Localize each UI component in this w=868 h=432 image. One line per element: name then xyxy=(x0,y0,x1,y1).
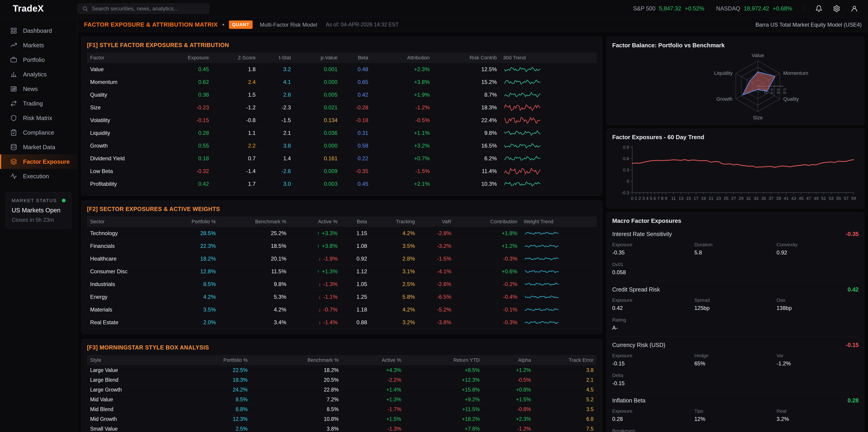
table-cell: 7.5 xyxy=(534,424,597,432)
table-cell: +11.5% xyxy=(404,404,483,414)
table-cell: 10.3% xyxy=(433,177,500,190)
row-label: Low Beta xyxy=(87,165,183,177)
table-cell: 1.12 xyxy=(341,265,370,278)
table-cell: 0.58 xyxy=(341,139,371,152)
table-cell: +2.3% xyxy=(483,414,534,424)
sidebar-item-execution[interactable]: Execution xyxy=(0,169,77,184)
sidebar-item-market-data[interactable]: Market Data xyxy=(0,140,77,155)
table-cell: -0.15 xyxy=(183,114,212,127)
macro-field-value: 65% xyxy=(694,360,776,367)
charts-column: Factor Balance: Portfolio vs Benchmark 0… xyxy=(607,37,864,432)
tick-chg: +0.68% xyxy=(773,5,793,12)
column-header-beta: Beta xyxy=(341,217,370,227)
sidebar-item-risk-matrix[interactable]: Risk Matrix xyxy=(0,111,77,125)
table-cell: +1.2% xyxy=(483,365,534,375)
table-cell: 0.003 xyxy=(294,177,341,190)
table-cell: 1.7 xyxy=(212,177,259,190)
sidebar-nav: DashboardMarketsPortfolioAnalyticsNewsTr… xyxy=(0,24,77,184)
trend-cell xyxy=(500,177,597,190)
row-label: Industrials xyxy=(87,278,183,291)
x-axis-tick: 11 xyxy=(671,196,676,201)
sidebar-item-analytics[interactable]: Analytics xyxy=(0,67,77,81)
sidebar-item-news[interactable]: News xyxy=(0,81,77,96)
activity-icon xyxy=(10,173,17,179)
column-header-alpha: Alpha xyxy=(483,355,534,365)
search-input[interactable] xyxy=(92,5,205,12)
table-cell: 3.5% xyxy=(183,303,219,316)
macro-field-label: Hedge xyxy=(694,353,776,358)
table-cell: 3.2 xyxy=(259,63,294,76)
sparkline xyxy=(525,230,559,237)
table-cell: -0.8 xyxy=(212,114,259,127)
table-cell: +2.1% xyxy=(371,177,433,190)
table-cell: 18.3% xyxy=(433,101,500,114)
user-profile-icon[interactable] xyxy=(851,5,858,12)
sidebar-item-label: Compliance xyxy=(23,129,54,136)
sidebar-item-portfolio[interactable]: Portfolio xyxy=(0,53,77,67)
search-bar[interactable] xyxy=(78,3,209,14)
column-header-risk-contrib: Risk Contrib xyxy=(433,53,500,63)
table-cell: +12.3% xyxy=(404,375,483,385)
macro-field-dv01: Dv010.058 xyxy=(612,262,694,275)
x-axis-tick: 51 xyxy=(821,196,826,201)
macro-field-label: Exposure xyxy=(612,353,694,358)
table-cell: 4.2% xyxy=(219,303,289,316)
ticker-s-p-500[interactable]: S&P 5005,847.32+0.52% xyxy=(633,5,704,12)
arrow-down-icon: ↓ xyxy=(318,320,321,325)
table-cell: 8.5% xyxy=(251,404,342,414)
sparkline xyxy=(504,91,540,98)
trending-up-icon xyxy=(10,42,17,49)
row-label: Technology xyxy=(87,227,183,240)
table-cell: 6.2% xyxy=(433,152,500,165)
trend-cell xyxy=(521,291,597,303)
app-logo[interactable]: TradeX xyxy=(0,3,78,14)
panel-factor-trend: Factor Exposures - 60 Day Trend 0.90.60.… xyxy=(607,129,864,208)
page-title: FACTOR EXPOSURE & ATTRIBUTION MATRIX xyxy=(84,21,218,28)
market-status-text: US Markets Open xyxy=(11,207,66,214)
macro-field-rating: RatingA- xyxy=(612,317,694,331)
radar-axis-label: Momentum xyxy=(783,70,808,76)
table-cell: -2.2% xyxy=(342,375,404,385)
table-cell: -1.5% xyxy=(371,165,433,177)
table-cell: +18.2% xyxy=(404,414,483,424)
macro-section-inflation-beta: Inflation Beta0.28Exposure0.28Tips12%Rea… xyxy=(612,392,859,432)
table-cell: 8.5% xyxy=(183,278,219,291)
macro-field-value: 125bp xyxy=(694,305,776,311)
sidebar-item-markets[interactable]: Markets xyxy=(0,38,77,53)
table-cell: ↑+3.3% xyxy=(289,227,341,240)
notifications-bell-icon[interactable] xyxy=(815,5,823,12)
panel-title-f3: [F3] MORNINGSTAR STYLE BOX ANALYSIS xyxy=(87,344,597,351)
model-name: Barra US Total Market Equity Model (USE4… xyxy=(755,22,862,28)
table-cell: 2.5% xyxy=(214,424,251,432)
table-cell: 0.009 xyxy=(294,165,341,177)
table-cell: 3.4% xyxy=(219,316,289,329)
macro-section-interest-rate-sensitivity: Interest Rate Sensitivity-0.35Exposure-0… xyxy=(612,226,859,281)
table-cell: 5.8% xyxy=(370,291,418,303)
sidebar-item-compliance[interactable]: Compliance xyxy=(0,125,77,140)
sidebar-item-dashboard[interactable]: Dashboard xyxy=(0,24,77,38)
table-cell: +4.3% xyxy=(342,365,404,375)
sidebar-item-trading[interactable]: Trading xyxy=(0,96,77,111)
macro-field-label: Tips xyxy=(694,408,776,414)
macro-field-label: Convexity xyxy=(776,242,859,247)
table-cell: 8.7% xyxy=(433,89,500,101)
table-cell: +0.7% xyxy=(371,152,433,165)
table-cell: -0.1% xyxy=(455,303,521,316)
table-cell: -0.23 xyxy=(183,101,212,114)
panel-title-f1: [F1] STYLE FACTOR EXPOSURES & ATTRIBUTIO… xyxy=(87,42,597,48)
row-label: Dividend Yield xyxy=(87,152,183,165)
table-cell: 1.1 xyxy=(212,127,259,139)
sidebar-item-label: Portfolio xyxy=(23,56,44,63)
settings-gear-icon[interactable] xyxy=(833,5,840,12)
macro-field-hedge: Hedge65% xyxy=(694,353,776,367)
row-label: Momentum xyxy=(87,76,183,89)
sidebar-item-factor-exposure[interactable]: Factor Exposure xyxy=(0,155,77,169)
table-cell: 1.18 xyxy=(341,303,370,316)
sparkline xyxy=(525,243,559,250)
ticker-nasdaq[interactable]: NASDAQ18,972.42+0.68% xyxy=(716,5,792,12)
x-axis-tick: 6 xyxy=(654,196,656,201)
x-axis-tick: 7 xyxy=(657,196,660,201)
sparkline xyxy=(525,268,559,275)
macro-field-convexity: Convexity0.92 xyxy=(776,242,859,256)
sparkline xyxy=(525,306,559,313)
